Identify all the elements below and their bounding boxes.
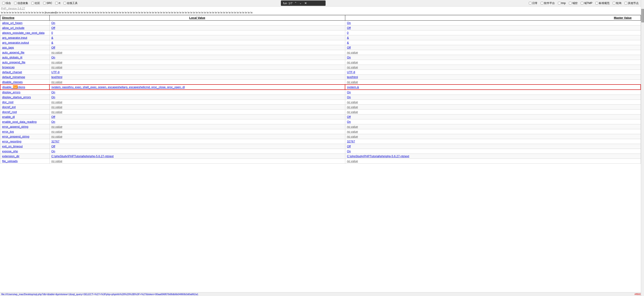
table-row-directive[interactable]: error_log bbox=[0, 129, 50, 134]
nav-item-域TMP[interactable]: 域TMP bbox=[580, 1, 594, 6]
directive-link[interactable]: file_uploads bbox=[2, 160, 18, 163]
nav-checkbox-轮询[interactable] bbox=[613, 2, 616, 4]
table-row-directive[interactable]: display_startup_errors bbox=[0, 95, 50, 100]
search-down-button[interactable]: ⌄ bbox=[299, 2, 302, 5]
directive-link[interactable]: always_populate_raw_post_data bbox=[2, 31, 44, 34]
table-row-directive[interactable]: exit_on_timeout bbox=[0, 144, 50, 149]
table-row-directive[interactable]: file_uploads bbox=[0, 159, 50, 164]
search-close-button[interactable]: ✕ bbox=[304, 1, 308, 5]
directive-link[interactable]: asp_tags bbox=[2, 46, 14, 49]
directive-link[interactable]: arg_separator.output bbox=[2, 41, 29, 44]
table-row-master: 0 bbox=[345, 30, 641, 35]
directive-link[interactable]: auto_prepend_file bbox=[2, 60, 26, 64]
directive-link[interactable]: auto_append_file bbox=[2, 51, 24, 54]
table-row-local: no value bbox=[50, 100, 345, 105]
nav-item-在线工具[interactable]: 在线工具 bbox=[62, 1, 79, 6]
directive-link[interactable]: enable_post_data_reading bbox=[2, 120, 37, 124]
nav-item-标准规范[interactable]: 标准规范 bbox=[594, 1, 611, 6]
directive-link[interactable]: error_prepend_string bbox=[2, 135, 29, 138]
master-value: & bbox=[347, 41, 349, 44]
directive-link[interactable]: error_log bbox=[2, 130, 14, 133]
nav-item-轮询[interactable]: 轮询 bbox=[611, 1, 623, 6]
table-row-directive[interactable]: arg_separator.output bbox=[0, 40, 50, 45]
table-row-directive[interactable]: expose_php bbox=[0, 149, 50, 154]
nav-item-域控[interactable]: 域控 bbox=[568, 1, 579, 6]
directive-link[interactable]: allow_url_fopen bbox=[2, 21, 22, 24]
nav-item-软件平台[interactable]: 软件平台 bbox=[539, 1, 556, 6]
nav-item-src[interactable]: SRC bbox=[42, 1, 54, 5]
table-row-directive[interactable]: browscap bbox=[0, 65, 50, 70]
nav-checkbox-标准规范[interactable] bbox=[596, 2, 598, 4]
table-row-directive[interactable]: error_append_string bbox=[0, 124, 50, 129]
nav-checkbox-域TMP[interactable] bbox=[581, 2, 584, 4]
table-row-directive[interactable]: auto_append_file bbox=[0, 50, 50, 55]
nav-item-rt[interactable]: rt bbox=[54, 1, 62, 5]
table-row-directive[interactable]: allow_url_fopen bbox=[0, 20, 50, 26]
table-row-directive[interactable]: display_errors bbox=[0, 90, 50, 95]
directive-link[interactable]: display_errors bbox=[2, 90, 20, 94]
nav-checkbox-信息收集[interactable] bbox=[14, 2, 17, 4]
table-row-directive[interactable]: allow_url_include bbox=[0, 26, 50, 30]
table-row-directive[interactable]: docref_root bbox=[0, 110, 50, 114]
scrollbar-thumb[interactable] bbox=[641, 9, 644, 22]
nav-checkbox-rt[interactable] bbox=[55, 2, 58, 4]
nav-checkbox-软件平台[interactable] bbox=[541, 2, 544, 4]
directive-link[interactable]: expose_php bbox=[2, 150, 18, 153]
table-row-directive[interactable]: arg_separator.input bbox=[0, 35, 50, 40]
table-row-directive[interactable]: always_populate_raw_post_data bbox=[0, 30, 50, 35]
nav-checkbox-在线工具[interactable] bbox=[64, 2, 66, 4]
directive-link[interactable]: default_charset bbox=[2, 70, 22, 74]
directive-link[interactable]: error_reporting bbox=[2, 140, 22, 143]
directive-link[interactable]: disable_classes bbox=[2, 80, 23, 84]
nav-checkbox-域控[interactable] bbox=[569, 2, 572, 4]
table-row-directive[interactable]: default_charset bbox=[0, 70, 50, 75]
no-value-local: no value bbox=[52, 125, 62, 128]
directive-link[interactable]: extension_dir bbox=[2, 154, 20, 158]
directive-link[interactable]: docref_ext bbox=[2, 105, 16, 109]
table-row-directive[interactable]: docref_ext bbox=[0, 105, 50, 110]
search-up-button[interactable]: ⌃ bbox=[294, 2, 298, 5]
table-row-directive[interactable]: auto_globals_jit bbox=[0, 55, 50, 60]
table-row-directive[interactable]: enable_post_data_reading bbox=[0, 120, 50, 124]
nav-item-社区[interactable]: 社区 bbox=[30, 1, 41, 6]
no-value-local: no value bbox=[52, 60, 62, 64]
directive-link[interactable]: docref_root bbox=[2, 110, 17, 114]
directive-link[interactable]: enable_dl bbox=[2, 115, 15, 118]
nav-checkbox-日常[interactable] bbox=[529, 2, 532, 4]
table-row-directive[interactable]: disable_functions bbox=[0, 84, 50, 90]
directive-link[interactable]: error_append_string bbox=[2, 125, 28, 128]
table-row-directive[interactable]: auto_prepend_file bbox=[0, 60, 50, 65]
directive-link[interactable]: auto_globals_jit bbox=[2, 56, 22, 59]
local-value: 32767 bbox=[52, 140, 60, 143]
nav-item-其他节点[interactable]: 其他节点 bbox=[623, 1, 640, 6]
nav-item-信息收集[interactable]: 信息收集 bbox=[13, 1, 30, 6]
nav-checkbox-社区[interactable] bbox=[31, 2, 34, 4]
no-value-local: no value bbox=[52, 51, 62, 54]
nav-checkbox-综合[interactable] bbox=[2, 2, 5, 4]
truncated-text: \n \n \n \n \n \n \n \n \n \n \n \n \n \… bbox=[1, 11, 252, 14]
directive-link[interactable]: doc_root bbox=[2, 100, 14, 104]
directive-link[interactable]: disable_functions bbox=[2, 86, 25, 89]
table-row-directive[interactable]: default_mimetype bbox=[0, 75, 50, 80]
directive-link[interactable]: display_startup_errors bbox=[2, 96, 31, 99]
table-row-directive[interactable]: error_prepend_string bbox=[0, 134, 50, 139]
directive-link[interactable]: arg_separator.input bbox=[2, 36, 27, 39]
nav-item-日常[interactable]: 日常 bbox=[528, 1, 539, 6]
directive-link[interactable]: browscap bbox=[2, 66, 15, 69]
local-value: On bbox=[52, 21, 55, 24]
nav-item-tmp[interactable]: tmp bbox=[556, 1, 567, 5]
directive-link[interactable]: allow_url_include bbox=[2, 26, 24, 30]
nav-checkbox-src[interactable] bbox=[43, 2, 46, 4]
nav-checkbox-tmp[interactable] bbox=[558, 2, 560, 4]
scrollbar[interactable] bbox=[641, 0, 644, 168]
nav-item-综合[interactable]: 综合 bbox=[1, 1, 12, 6]
nav-checkbox-其他节点[interactable] bbox=[624, 2, 627, 4]
table-row-directive[interactable]: error_reporting bbox=[0, 139, 50, 144]
directive-link[interactable]: default_mimetype bbox=[2, 75, 25, 79]
table-row-directive[interactable]: extension_dir bbox=[0, 154, 50, 159]
directive-link[interactable]: exit_on_timeout bbox=[2, 145, 23, 148]
table-row-directive[interactable]: asp_tags bbox=[0, 45, 50, 50]
table-row-directive[interactable]: disable_classes bbox=[0, 80, 50, 85]
table-row-directive[interactable]: enable_dl bbox=[0, 114, 50, 120]
table-row-directive[interactable]: doc_root bbox=[0, 100, 50, 105]
